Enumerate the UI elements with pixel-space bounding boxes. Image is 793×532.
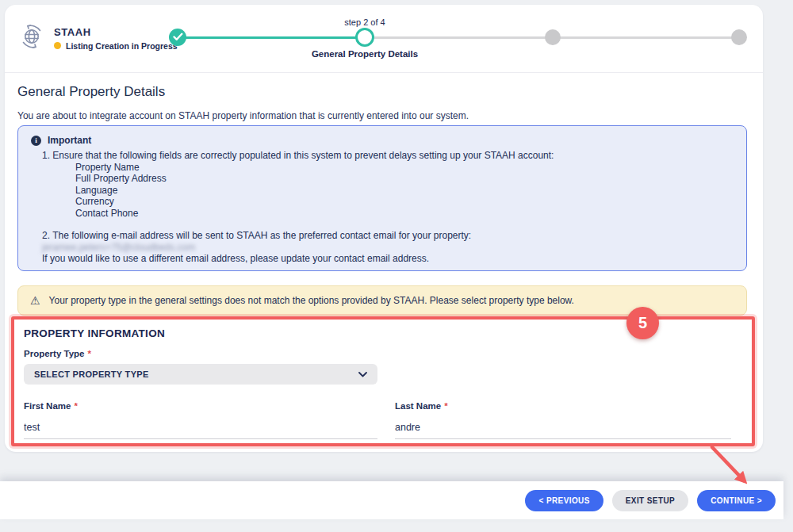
first-name-label: First Name* <box>24 401 377 411</box>
step-2-current <box>355 28 374 47</box>
brand-block: STAAH Listing Creation in Progress <box>17 22 178 54</box>
warning-text: Your property type in the general settin… <box>49 295 574 306</box>
page-title: General Property Details <box>17 84 165 100</box>
stepper-segment-done <box>178 36 365 39</box>
list-item: Property Name <box>75 162 734 174</box>
important-header: i Important <box>31 135 734 146</box>
footer-action-bar: < PREVIOUS EXIT SETUP CONTINUE > <box>0 481 783 519</box>
important-note: If you would like to use a different ema… <box>42 253 734 265</box>
step-4-upcoming <box>731 29 747 45</box>
chevron-down-icon <box>358 369 367 379</box>
status-dot-icon <box>54 42 61 49</box>
important-title: Important <box>48 135 91 146</box>
list-item: Language <box>75 185 734 197</box>
wizard-header: STAAH Listing Creation in Progress <box>5 5 763 73</box>
label-text: First Name <box>24 401 71 411</box>
last-name-input[interactable] <box>395 422 731 439</box>
step-counter-label: step 2 of 4 <box>344 17 385 27</box>
warning-icon: ⚠ <box>30 294 40 307</box>
important-point-1: 1. Ensure that the following fields are … <box>42 150 734 162</box>
page-subtitle: You are about to integrate account on ST… <box>17 110 469 121</box>
step-1-completed <box>169 29 186 46</box>
last-name-group: Last Name* <box>395 401 731 439</box>
check-icon <box>173 30 183 44</box>
main-card: STAAH Listing Creation in Progress <box>5 5 763 452</box>
exit-setup-button[interactable]: EXIT SETUP <box>612 490 688 511</box>
first-name-group: First Name* <box>24 401 377 439</box>
step-3-upcoming <box>545 29 561 45</box>
required-asterisk: * <box>444 401 447 411</box>
brand-status: Listing Creation in Progress <box>54 41 178 51</box>
stepper-segment-todo <box>365 36 553 39</box>
status-text: Listing Creation in Progress <box>66 41 178 51</box>
info-icon: i <box>31 136 41 146</box>
brand-text: STAAH Listing Creation in Progress <box>54 26 178 51</box>
required-asterisk: * <box>87 349 90 358</box>
important-field-list: Property Name Full Property Address Lang… <box>75 162 734 220</box>
staah-globe-sync-icon <box>17 22 46 54</box>
list-item: Contact Phone <box>75 208 734 220</box>
annotation-step-badge: 5 <box>626 307 659 339</box>
required-asterisk: * <box>74 401 77 411</box>
continue-button[interactable]: CONTINUE > <box>697 490 776 511</box>
page: STAAH Listing Creation in Progress <box>0 0 793 532</box>
brand-name: STAAH <box>54 26 178 38</box>
important-point-2: 2. The following e-mail address will be … <box>42 230 734 242</box>
important-info-box: i Important 1. Ensure that the following… <box>17 125 747 271</box>
label-text: Property Type <box>24 349 84 358</box>
last-name-label: Last Name* <box>395 401 731 411</box>
first-name-input[interactable] <box>24 422 377 439</box>
list-item: Full Property Address <box>75 173 734 185</box>
name-fields-row: First Name* Last Name* <box>24 401 742 439</box>
contact-email-redacted: jeramee.peters+75@cloudbeds.com <box>42 242 734 254</box>
previous-button[interactable]: < PREVIOUS <box>525 490 603 511</box>
label-text: Last Name <box>395 401 441 411</box>
select-value: SELECT PROPERTY TYPE <box>34 369 149 379</box>
property-type-label: Property Type* <box>24 349 742 358</box>
step-title: General Property Details <box>312 49 418 59</box>
property-type-select[interactable]: SELECT PROPERTY TYPE <box>24 364 377 385</box>
stepper-segment-todo <box>553 36 739 39</box>
list-item: Currency <box>75 196 734 208</box>
